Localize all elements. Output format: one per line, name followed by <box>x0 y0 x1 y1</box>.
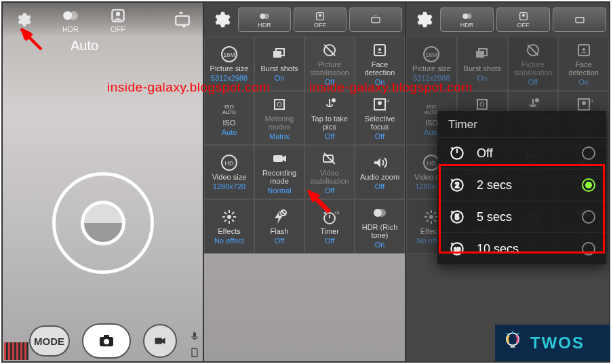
mode-button[interactable]: MODE <box>29 325 70 357</box>
svg-rect-4 <box>176 16 189 25</box>
timer-option-2-secs[interactable]: 22 secs <box>437 169 606 201</box>
svg-point-37 <box>227 215 231 219</box>
face-tab-3[interactable]: OFF <box>496 7 550 32</box>
timer-option-5-secs[interactable]: 55 secs <box>437 201 606 232</box>
svg-point-42 <box>378 209 386 217</box>
current-mode-label: Auto <box>71 38 98 54</box>
svg-point-15 <box>319 14 321 17</box>
svg-rect-16 <box>372 18 380 23</box>
face-tab[interactable]: OFF <box>294 7 347 32</box>
svg-point-47 <box>522 14 525 17</box>
svg-marker-10 <box>162 338 165 344</box>
svg-rect-58 <box>477 100 487 109</box>
16M-icon: 16M <box>219 45 239 63</box>
svg-text:10: 10 <box>454 246 460 253</box>
setting-cell-effects[interactable]: EffectsNo effect <box>204 199 254 254</box>
setting-label: Burst shots <box>260 64 298 73</box>
svg-point-30 <box>378 101 382 105</box>
radio-indicator <box>582 146 595 160</box>
setting-cell-hdr-rich-tone-[interactable]: HDR (Rich tone)On <box>355 199 405 254</box>
shutter-button[interactable] <box>82 323 131 359</box>
hdr-tab-label: HDR <box>258 22 271 28</box>
settings-grid: 16MPicture size5312x2988Burst shotsOnPic… <box>204 37 405 254</box>
svg-point-7 <box>104 339 109 344</box>
setting-value: Off <box>375 132 384 140</box>
setting-value: Auto <box>222 128 237 136</box>
setting-cell-dimmed: Face detectionOn <box>558 37 609 91</box>
svg-text:HD: HD <box>225 160 234 167</box>
setting-label: Audio zoom <box>360 173 399 181</box>
focus-ring <box>52 172 154 274</box>
setting-cell-dimmed: Burst shotsOn <box>457 37 508 91</box>
setting-cell-burst-shots[interactable]: Burst shotsOn <box>254 37 304 91</box>
face-detect-off-icon[interactable]: OFF <box>104 6 132 33</box>
timer-option-10-secs[interactable]: 1010 secs <box>437 232 606 264</box>
setting-value: On <box>275 74 285 82</box>
setting-label: Picture size <box>210 64 249 73</box>
setting-value: Off <box>325 132 334 140</box>
timer-option-icon: 2 <box>448 176 466 194</box>
HD-icon: HD <box>219 154 239 171</box>
settings-gear-tab-3[interactable] <box>409 7 437 32</box>
svg-text:2: 2 <box>455 181 459 189</box>
setting-cell-metering-modes[interactable]: Metering modesMatrix <box>254 91 304 145</box>
timer-option-icon: 10 <box>448 240 466 258</box>
svg-point-62 <box>582 101 586 105</box>
setting-label: Picture stabilisation <box>306 60 353 77</box>
burst-icon <box>472 45 492 63</box>
tap-icon <box>523 96 543 113</box>
svg-point-1 <box>69 11 78 20</box>
hdr-toggle-icon[interactable]: HDR <box>57 6 84 33</box>
hdr-tab[interactable]: HDR <box>238 7 291 32</box>
setting-cell-picture-size[interactable]: 16MPicture size5312x2988 <box>204 37 254 91</box>
svg-text:ISO: ISO <box>427 104 436 110</box>
svg-text:16M: 16M <box>426 52 438 58</box>
settings-gear-tab[interactable] <box>207 7 235 32</box>
setting-label: Video size <box>212 173 247 181</box>
hdrrich-icon <box>370 204 390 222</box>
setting-label: Flash <box>271 227 289 235</box>
svg-point-28 <box>332 98 336 102</box>
setting-cell-audio-zoom[interactable]: Audio zoomOff <box>355 145 405 199</box>
svg-point-3 <box>116 12 121 16</box>
svg-text:OFF: OFF <box>384 99 389 103</box>
svg-text:ISO: ISO <box>224 104 234 110</box>
setting-value: Off <box>375 182 384 190</box>
setting-value: Off <box>325 78 334 86</box>
record-video-button[interactable] <box>143 324 177 358</box>
vstab-icon <box>319 150 340 167</box>
setting-cell-flash[interactable]: FlashOff <box>254 199 304 254</box>
setting-cell-picture-stabilisation[interactable]: Picture stabilisationOff <box>304 37 355 91</box>
setting-cell-dimmed: 16MPicture size5312x2988 <box>406 37 457 91</box>
hdr-tab-3[interactable]: HDR <box>440 7 494 32</box>
tap-icon <box>319 96 340 113</box>
selfocus-icon: OFF <box>574 96 594 113</box>
gallery-thumbnail[interactable] <box>4 342 28 360</box>
svg-rect-8 <box>104 335 109 338</box>
setting-cell-video-size[interactable]: HDVideo size1280x720 <box>204 145 254 199</box>
switch-cam-tab-3[interactable] <box>553 7 606 32</box>
svg-point-59 <box>480 102 484 106</box>
svg-text:AUTO: AUTO <box>222 110 236 115</box>
setting-cell-recording-mode[interactable]: Recording modeNormal <box>254 145 304 199</box>
setting-label: Effects <box>218 227 240 235</box>
camera-settings-screen: HDR OFF 16MPicture size5312x2988Burst sh… <box>204 3 406 361</box>
svg-point-45 <box>466 14 471 19</box>
setting-cell-selective-focus[interactable]: OFFSelective focusOff <box>355 91 405 145</box>
svg-point-27 <box>277 102 281 106</box>
setting-cell-face-detection[interactable]: Face detectionOn <box>355 37 405 91</box>
switch-camera-icon[interactable] <box>169 6 196 33</box>
switch-cam-tab[interactable] <box>349 7 402 32</box>
fx-icon <box>219 208 239 226</box>
timer-option-off[interactable]: Off <box>437 137 606 169</box>
timer-popup: Timer Off22 secs55 secs1010 secs <box>437 111 606 264</box>
setting-label: HDR (Rich tone) <box>357 223 403 239</box>
setting-cell-tap-to-take-pics[interactable]: Tap to take picsOff <box>304 91 355 145</box>
radio-indicator <box>582 178 595 192</box>
meter-icon <box>472 96 492 113</box>
setting-label: Timer <box>320 227 339 235</box>
setting-cell-iso[interactable]: ISOAUTOISOAuto <box>204 91 254 145</box>
svg-text:16M: 16M <box>223 52 235 58</box>
timer-option-label: 10 secs <box>477 242 519 256</box>
settings-top-tabs-3: HDR OFF <box>406 3 609 37</box>
